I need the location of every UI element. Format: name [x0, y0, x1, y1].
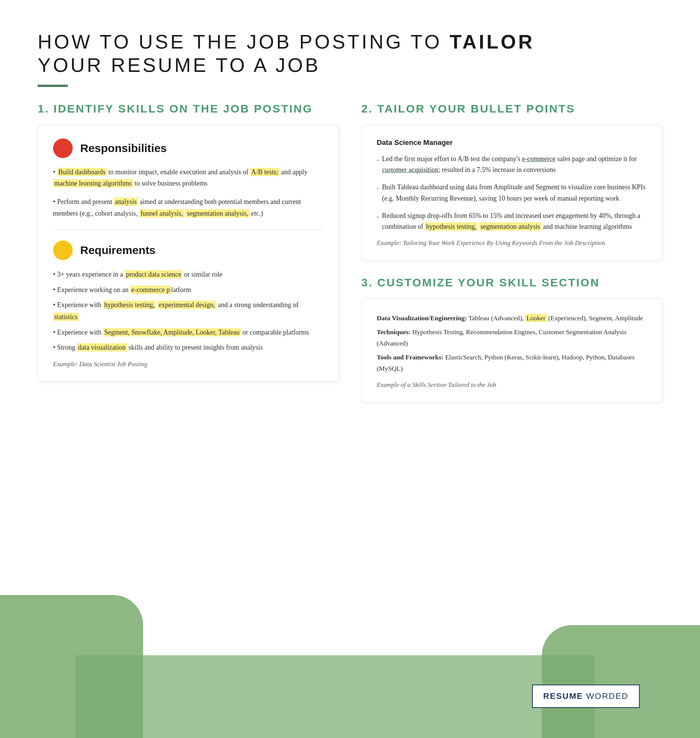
- section2-bullet2: Built Tableau dashboard using data from …: [377, 182, 647, 204]
- shape-right: [542, 625, 700, 738]
- red-circle: [53, 138, 73, 158]
- title-bold-word: TAILOR: [450, 31, 535, 53]
- badge-bold: RESUME: [543, 691, 583, 701]
- title-underline: [38, 85, 68, 87]
- skills-label2: Techniques:: [377, 328, 411, 336]
- section2-wrapper: 2. TAILOR YOUR BULLET POINTS Data Scienc…: [361, 102, 663, 261]
- resp-bullet1: • Build dashboards to monitor impact, en…: [53, 166, 323, 189]
- yellow-circle: [53, 240, 73, 260]
- divider: [53, 230, 323, 230]
- highlight-tools: Segment, Snowflake, Amplitude, Looker, T…: [103, 328, 241, 336]
- badge-text: RESUME WORDED: [543, 691, 628, 701]
- title-line1-normal: HOW TO USE THE JOB POSTING TO: [38, 31, 450, 53]
- section1-card: Responsibilities • Build dashboards to m…: [38, 125, 339, 382]
- left-column: 1. IDENTIFY SKILLS ON THE JOB POSTING Re…: [38, 102, 339, 382]
- highlight-funnel: funnel analysis,: [139, 209, 184, 218]
- main-title: HOW TO USE THE JOB POSTING TO TAILOR YOU…: [38, 30, 662, 77]
- skills-line2: Techniques: Hypothesis Testing, Recommen…: [377, 326, 647, 349]
- highlight-segmentation: segmentation analysis,: [186, 209, 249, 218]
- req-bullet1: • 3+ years experience in a product data …: [53, 268, 323, 280]
- highlight-build-dashboards: Build dashboards: [57, 168, 107, 176]
- underline-ecommerce: e-commerce: [522, 155, 555, 163]
- background-shapes: [0, 580, 700, 738]
- right-column: 2. TAILOR YOUR BULLET POINTS Data Scienc…: [361, 102, 663, 403]
- section3-wrapper: 3. CUSTOMIZE YOUR SKILL SECTION Data Vis…: [361, 276, 663, 403]
- section1-heading: 1. IDENTIFY SKILLS ON THE JOB POSTING: [38, 102, 339, 116]
- section3-heading: 3. CUSTOMIZE YOUR SKILL SECTION: [361, 276, 663, 289]
- title-section: HOW TO USE THE JOB POSTING TO TAILOR YOU…: [38, 30, 662, 87]
- highlight-ml-algorithms: machine learning algorithms: [53, 179, 133, 187]
- section2-heading: 2. TAILOR YOUR BULLET POINTS: [361, 102, 663, 116]
- section3-italic-note: Example of a Skills Section Tailored to …: [377, 381, 647, 389]
- section2-card: Data Science Manager Led the first major…: [361, 125, 663, 261]
- responsibilities-header: Responsibilities: [53, 138, 323, 158]
- req-bullet5: • Strong data visualization skills and a…: [53, 341, 323, 353]
- underline-customer-acq: customer acquisition: [382, 166, 438, 173]
- highlight-product-data-science: product data science: [125, 270, 182, 278]
- highlight-analysis: analysis: [114, 198, 138, 206]
- resp-bullet2: • Perform and present analysis aimed at …: [53, 196, 323, 219]
- two-column-layout: 1. IDENTIFY SKILLS ON THE JOB POSTING Re…: [38, 102, 662, 403]
- requirements-label: Requirements: [80, 244, 156, 257]
- resume-worded-badge: RESUME WORDED: [532, 685, 640, 708]
- skills-label1: Data Visualization/Engineering:: [377, 314, 467, 322]
- skills-line3: Tools and Frameworks: ElasticSearch, Pyt…: [377, 352, 647, 374]
- job-title: Data Science Manager: [377, 138, 647, 147]
- section2-bullet1: Led the first major effort to A/B test t…: [377, 154, 647, 176]
- highlight-ecommerce: e-commerce p: [130, 286, 171, 294]
- shape-left: [0, 595, 143, 738]
- title-line2: YOUR RESUME TO A JOB: [38, 54, 320, 76]
- req-bullet2: • Experience working on an e-commerce pl…: [53, 284, 323, 296]
- highlight-hypothesis2: hypothesis testing,: [425, 222, 477, 231]
- section1-italic-note: Example: Data Scientist Job Posting: [53, 361, 323, 368]
- section2-bullet3: Reduced signup drop-offs from 65% to 15%…: [377, 210, 647, 233]
- req-bullet3: • Experience with hypothesis testing, ex…: [53, 299, 323, 323]
- section2-italic-note: Example: Tailoring Your Work Experience …: [377, 239, 647, 247]
- skills-label3: Tools and Frameworks:: [377, 353, 444, 361]
- skills-line1: Data Visualization/Engineering: Tableau …: [377, 312, 647, 324]
- badge-normal: WORDED: [583, 691, 628, 701]
- responsibilities-label: Responsibilities: [80, 142, 167, 155]
- req-bullet4: • Experience with Segment, Snowflake, Am…: [53, 326, 323, 338]
- highlight-statistics: statistics: [53, 313, 79, 321]
- highlight-looker: Looker: [525, 314, 547, 322]
- highlight-hypothesis: hypothesis testing,: [103, 301, 156, 309]
- highlight-seg-analysis: segmentation analysis: [479, 222, 541, 231]
- highlight-ab-tests: A/B tests;: [250, 168, 279, 176]
- section3-card: Data Visualization/Engineering: Tableau …: [361, 298, 663, 403]
- highlight-experimental: experimental design,: [157, 301, 216, 309]
- highlight-data-viz: data visualization: [77, 343, 127, 352]
- requirements-header: Requirements: [53, 240, 323, 260]
- shape-center: [75, 655, 595, 738]
